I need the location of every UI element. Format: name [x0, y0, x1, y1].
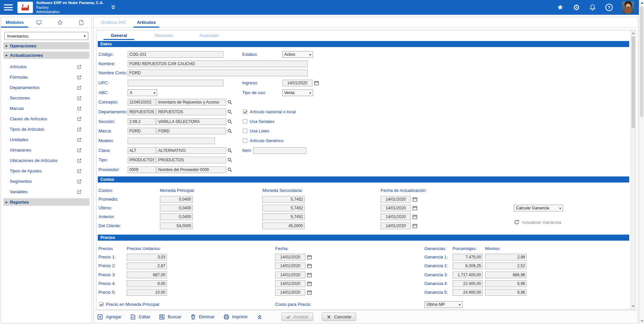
costo-fecha-input[interactable]	[381, 222, 411, 229]
porcentaje-input[interactable]	[453, 254, 483, 260]
calendar-icon[interactable]	[306, 272, 312, 278]
calendar-icon[interactable]	[306, 280, 312, 287]
star-tab-icon[interactable]	[49, 17, 71, 28]
external-link-icon[interactable]	[77, 169, 82, 173]
scroll-thumb[interactable]	[640, 6, 643, 117]
buscar-button[interactable]: Buscar	[159, 314, 181, 320]
upc-input[interactable]	[128, 80, 223, 86]
tab-resumen[interactable]: Resumen	[141, 30, 186, 40]
costo-para-precio-select[interactable]: Último MP ▾	[424, 301, 463, 308]
external-link-icon[interactable]	[77, 75, 82, 80]
modelo-input[interactable]	[128, 137, 215, 144]
costo-fecha-input[interactable]	[381, 196, 411, 203]
tipo-name-input[interactable]	[157, 157, 226, 163]
precio-input[interactable]	[127, 280, 167, 287]
porcentaje-input[interactable]	[453, 280, 483, 287]
sidebar-section-reportes[interactable]: ▸ Reportes	[3, 198, 89, 206]
scroll-up-arrow[interactable]	[641, 2, 643, 4]
precio-moneda-principal-checkbox[interactable]	[99, 302, 103, 307]
marca-code-input[interactable]	[128, 128, 156, 134]
search-icon[interactable]	[227, 99, 233, 106]
editar-button[interactable]: Editar	[130, 314, 150, 320]
external-link-icon[interactable]	[77, 158, 82, 163]
porcentaje-input[interactable]	[453, 262, 483, 269]
proveedor-code-input[interactable]	[128, 166, 156, 173]
document-tab-icon[interactable]	[71, 17, 92, 28]
sidebar-section-operaciones[interactable]: ▸ Operaciones	[3, 42, 89, 49]
external-link-icon[interactable]	[77, 96, 82, 100]
eliminar-button[interactable]: Eliminar	[190, 314, 215, 320]
calendar-icon[interactable]	[412, 196, 418, 203]
estatus-select[interactable]: Activo ▾	[282, 51, 313, 58]
precio-fecha-input[interactable]	[275, 272, 305, 278]
codigo-input[interactable]	[128, 51, 223, 58]
departamento-code-input[interactable]	[128, 109, 156, 115]
sidebar-item-formulas[interactable]: Fórmulas	[1, 72, 92, 82]
item-input[interactable]	[253, 147, 306, 154]
costo-principal-input[interactable]	[160, 222, 193, 229]
external-link-icon[interactable]	[77, 179, 82, 184]
costo-secundaria-input[interactable]	[262, 222, 305, 229]
calcular-ganancia-select[interactable]: Calcular Ganancia ▾	[514, 205, 563, 211]
precio-input[interactable]	[127, 254, 167, 260]
module-select[interactable]: Inventarios ▾	[4, 32, 88, 40]
costo-secundaria-input[interactable]	[262, 205, 305, 211]
cancelar-button[interactable]: Cancelar	[322, 313, 356, 321]
tab-articulos[interactable]: Artículos	[133, 17, 159, 28]
usa-seriales-checkbox[interactable]	[243, 119, 247, 124]
clase-code-input[interactable]	[128, 147, 156, 154]
seccion-code-input[interactable]	[128, 118, 156, 125]
search-icon[interactable]	[227, 157, 233, 163]
sidebar-item-articulos[interactable]: Artículos	[1, 62, 92, 72]
calendar-icon[interactable]	[412, 222, 418, 229]
search-icon[interactable]	[227, 109, 233, 115]
monitor-icon[interactable]	[28, 17, 49, 28]
collapse-toolbar-button[interactable]	[257, 314, 263, 320]
sidebar-item-tipos-articulos[interactable]: Tipos de Artículos	[1, 124, 92, 134]
sidebar-item-departamentos[interactable]: Departamentos	[1, 82, 92, 93]
sidebar-item-marcas[interactable]: Marcas	[1, 103, 92, 114]
nombre-corto-input[interactable]	[128, 70, 308, 76]
costo-principal-input[interactable]	[160, 213, 193, 220]
search-icon[interactable]	[227, 118, 233, 125]
tab-general[interactable]: General	[96, 30, 141, 40]
scroll-down-arrow[interactable]	[641, 320, 643, 322]
tab-graficos-ihc[interactable]: Gráficos IHC	[98, 17, 129, 28]
precio-input[interactable]	[127, 289, 167, 296]
external-link-icon[interactable]	[77, 137, 82, 142]
precio-fecha-input[interactable]	[275, 262, 305, 269]
search-icon[interactable]	[227, 166, 233, 173]
seccion-name-input[interactable]	[157, 118, 226, 125]
calendar-icon[interactable]	[306, 289, 312, 296]
calendar-icon[interactable]	[313, 80, 319, 86]
costo-principal-input[interactable]	[160, 196, 193, 203]
agregar-button[interactable]: Agregar	[97, 314, 121, 320]
favorites-star-icon[interactable]: ★	[557, 4, 564, 11]
search-icon[interactable]	[227, 128, 233, 134]
sidebar-item-variables[interactable]: Variables	[1, 187, 92, 197]
calendar-icon[interactable]	[306, 254, 312, 260]
page-scrollbar[interactable]	[639, 0, 644, 324]
nombre-input[interactable]	[128, 60, 308, 67]
notifications-bell-icon[interactable]	[589, 4, 596, 11]
sidebar-item-tipos-ajustes[interactable]: Tipos de Ajustes	[1, 166, 92, 176]
settings-gear-icon[interactable]: ⚙	[573, 4, 580, 11]
articulo-generico-checkbox[interactable]	[243, 138, 247, 143]
costo-principal-input[interactable]	[160, 205, 193, 211]
sidebar-item-unidades[interactable]: Unidades	[1, 134, 92, 145]
clase-name-input[interactable]	[157, 147, 226, 154]
calendar-icon[interactable]	[306, 262, 312, 269]
costo-secundaria-input[interactable]	[262, 213, 305, 220]
sidebar-item-ubicaciones[interactable]: Ubicaciones de Artículos	[1, 155, 92, 166]
user-avatar[interactable]	[622, 1, 634, 13]
hamburger-menu-icon[interactable]	[4, 4, 13, 10]
external-link-icon[interactable]	[77, 117, 82, 121]
sidebar-section-actualizaciones[interactable]: ▸ Actualizaciones	[3, 51, 89, 59]
collapse-header-icon[interactable]	[110, 4, 116, 10]
sidebar-item-clases[interactable]: Clases de Artículos	[1, 114, 92, 124]
monto-input[interactable]	[485, 254, 527, 260]
departamento-name-input[interactable]	[157, 109, 226, 115]
articulo-nacional-checkbox[interactable]	[243, 110, 247, 114]
sidebar-item-almacenes[interactable]: Almacenes	[1, 145, 92, 155]
porcentaje-input[interactable]	[453, 272, 483, 278]
